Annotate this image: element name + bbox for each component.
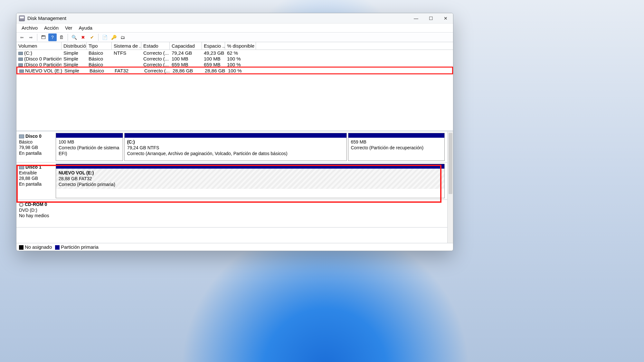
titlebar[interactable]: Disk Management — ☐ ✕ — [16, 13, 453, 23]
disk-icon — [19, 165, 24, 169]
disk-row[interactable]: Disco 0 Básico79,98 GBEn pantalla 100 MB… — [16, 132, 447, 162]
col-layout[interactable]: Distribución — [62, 42, 87, 50]
help-icon[interactable]: ? — [48, 33, 57, 41]
properties-icon[interactable]: 🗓 — [57, 33, 66, 41]
disk-management-window: Disk Management — ☐ ✕ Archivo Acción Ver… — [16, 13, 453, 251]
partition-body: (C:)79,24 GB NTFSCorrecto (Arranque, Arc… — [125, 138, 346, 158]
partition-bar — [125, 133, 346, 138]
legend: No asignado Partición primaria — [16, 243, 453, 251]
partition-body: NUEVO VOL (E:)28,88 GB FAT32Correcto (Pa… — [56, 169, 444, 189]
disk-row[interactable]: Disco 1 Extraíble28,88 GBEn pantalla NUE… — [16, 162, 447, 200]
disk-partitions: 100 MBCorrecto (Partición de sistema EFI… — [53, 132, 447, 162]
col-capacity[interactable]: Capacidad — [170, 42, 202, 50]
partition[interactable]: NUEVO VOL (E:)28,88 GB FAT32Correcto (Pa… — [56, 164, 445, 198]
col-volume[interactable]: Volumen — [16, 42, 62, 50]
partition-body: 100 MBCorrecto (Partición de sistema EFI… — [56, 138, 123, 158]
disk-info: CD-ROM 0 DVD (D:)No hay medios — [16, 200, 53, 227]
toolbar: ⬅ ➡ 🗔 ? 🗓 🔍 ✖ ✔ 📄 🔑 🗂 — [16, 32, 453, 42]
disk-partitions — [53, 200, 447, 227]
menu-bar: Archivo Acción Ver Ayuda — [16, 23, 453, 32]
menu-view[interactable]: Ver — [62, 24, 76, 31]
partition[interactable]: 659 MBCorrecto (Partición de recuperació… — [348, 133, 445, 161]
partition-bar — [348, 133, 445, 138]
col-free[interactable]: Espacio ... — [202, 42, 225, 50]
partition-bar — [56, 164, 444, 169]
action2-icon[interactable]: 🔑 — [109, 33, 118, 41]
menu-file[interactable]: Archivo — [18, 24, 41, 31]
check-icon[interactable]: ✔ — [88, 33, 96, 41]
menu-help[interactable]: Ayuda — [76, 24, 96, 31]
maximize-button[interactable]: ☐ — [423, 13, 438, 23]
disk-info: Disco 0 Básico79,98 GBEn pantalla — [16, 132, 53, 162]
disk-icon — [19, 202, 24, 207]
legend-primary-swatch — [55, 245, 60, 250]
disk-row[interactable]: CD-ROM 0 DVD (D:)No hay medios — [16, 200, 447, 227]
scrollbar[interactable] — [447, 132, 453, 243]
legend-primary-label: Partición primaria — [61, 244, 99, 250]
delete-icon[interactable]: ✖ — [79, 33, 87, 41]
action3-icon[interactable]: 🗂 — [118, 33, 127, 41]
back-button[interactable]: ⬅ — [18, 33, 26, 41]
volume-icon — [18, 63, 23, 67]
volume-list[interactable]: Volumen Distribución Tipo Sistema de ...… — [16, 42, 453, 132]
app-icon — [19, 15, 25, 21]
disk-partitions: NUEVO VOL (E:)28,88 GB FAT32Correcto (Pa… — [53, 162, 447, 200]
volume-row[interactable]: (Disco 0 Partición 1)SimpleBásicoCorrect… — [16, 56, 453, 61]
close-button[interactable]: ✕ — [438, 13, 453, 23]
disk-icon — [19, 135, 24, 138]
graphical-view[interactable]: Disco 0 Básico79,98 GBEn pantalla 100 MB… — [16, 132, 447, 243]
col-fs[interactable]: Sistema de ... — [112, 42, 141, 50]
refresh-icon[interactable]: 🔍 — [70, 33, 78, 41]
legend-unallocated-swatch — [19, 245, 24, 250]
minimize-button[interactable]: — — [409, 13, 423, 23]
menu-action[interactable]: Acción — [41, 24, 62, 31]
volume-icon — [18, 52, 23, 55]
legend-unallocated-label: No asignado — [25, 244, 52, 250]
disk-info: Disco 1 Extraíble28,88 GBEn pantalla — [16, 162, 53, 200]
action1-icon[interactable]: 📄 — [100, 33, 109, 41]
partition-bar — [56, 133, 123, 138]
volume-list-header: Volumen Distribución Tipo Sistema de ...… — [16, 42, 453, 50]
show-hide-tree-icon[interactable]: 🗔 — [39, 33, 48, 41]
col-pct[interactable]: % disponible — [225, 42, 256, 50]
volume-icon — [19, 70, 24, 73]
volume-icon — [18, 58, 23, 61]
partition[interactable]: 100 MBCorrecto (Partición de sistema EFI… — [56, 133, 123, 161]
partition-body: 659 MBCorrecto (Partición de recuperació… — [348, 138, 445, 152]
window-title: Disk Management — [27, 15, 409, 21]
col-type[interactable]: Tipo — [87, 42, 112, 50]
col-status[interactable]: Estado — [141, 42, 170, 50]
volume-row[interactable]: (C:)SimpleBásicoNTFSCorrecto (...79,24 G… — [16, 50, 453, 56]
forward-button[interactable]: ➡ — [27, 33, 35, 41]
partition[interactable]: (C:)79,24 GB NTFSCorrecto (Arranque, Arc… — [124, 133, 347, 161]
volume-row[interactable]: NUEVO VOL (E:)SimpleBásicoFAT32Correcto … — [16, 67, 453, 74]
scroll-thumb[interactable] — [449, 133, 452, 194]
